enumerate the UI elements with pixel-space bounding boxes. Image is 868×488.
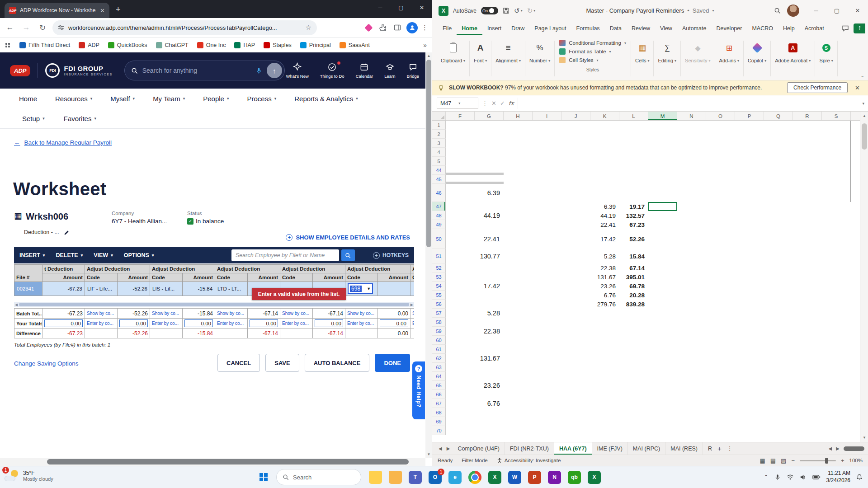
cell-g47[interactable] [475,202,504,211]
cell-m46[interactable] [648,184,677,202]
totals-amount-cell[interactable]: 0.00 [378,319,410,328]
taskbar-search[interactable]: Search [276,469,361,485]
cell-l67[interactable] [619,399,648,408]
cell-i45[interactable] [533,175,561,184]
cell-f4[interactable] [446,148,475,157]
cell-g58[interactable] [475,318,504,327]
ribbon-tab-page-layout[interactable]: Page Layout [529,22,571,35]
cell-m69[interactable] [648,417,677,426]
cell-o44[interactable] [706,166,735,175]
cell-j65[interactable] [561,381,590,390]
sheet-tab-ime-fjv[interactable]: IME (FJV) [592,442,628,455]
ribbon-group-spre[interactable]: SSpre▾ [815,38,837,79]
cell-q57[interactable] [764,309,793,318]
cell-p53[interactable] [735,272,764,282]
cell-m58[interactable] [648,318,677,327]
cell-h1[interactable] [504,121,533,130]
collapse-ribbon-icon[interactable]: ⌄ [861,73,864,78]
autosave-toggle[interactable]: On [481,7,498,14]
cell-q70[interactable] [764,426,793,435]
cell-l59[interactable] [619,327,648,336]
cell-s1[interactable] [822,121,851,130]
cell-i2[interactable] [533,130,561,139]
scroll-down-icon[interactable]: ▼ [425,452,432,456]
cell-f66[interactable] [446,390,475,399]
row-header-60[interactable]: 60 [432,336,446,345]
header-icon-things-to-do[interactable]: Things to Do [320,62,344,79]
cell-l46[interactable] [619,184,648,202]
check-performance-button[interactable]: Check Performance [787,82,848,93]
cell-n70[interactable] [677,426,706,435]
document-title[interactable]: Master - Company Payroll Reminders [586,7,684,14]
cell-f61[interactable] [446,345,475,354]
cell-s2[interactable] [822,130,851,139]
cell-h59[interactable] [504,327,533,336]
code-action-link[interactable]: Show by co... [215,309,248,319]
cell-r45[interactable] [793,175,822,184]
weather-widget[interactable]: 1 35°F Mostly cloudy [5,469,53,483]
row-header-70[interactable]: 70 [432,426,446,435]
all-sheets-icon[interactable]: ⋮ [725,442,735,455]
taskbar-app-chrome-icon[interactable] [468,471,481,484]
cell-k50[interactable]: 17.42 [590,229,619,249]
cell-p2[interactable] [735,130,764,139]
cell-n68[interactable] [677,408,706,417]
cell-g4[interactable] [475,148,504,157]
cell-m61[interactable] [648,345,677,354]
cell-m44[interactable] [648,166,677,175]
cell-o64[interactable] [706,372,735,381]
cell-p57[interactable] [735,309,764,318]
cell-g53[interactable] [475,272,504,282]
cell-g56[interactable] [475,300,504,309]
browser-vertical-scrollbar[interactable]: ▲ ▼ [425,52,432,458]
cell-l54[interactable]: 69.78 [619,282,648,291]
cell-l69[interactable] [619,417,648,426]
cell-r47[interactable] [793,202,822,211]
cell-h55[interactable] [504,291,533,300]
tray-expand-icon[interactable]: ⌃ [764,474,769,480]
your-total-input[interactable]: 0.00 [250,319,278,327]
cell-f56[interactable] [446,300,475,309]
code-action-link[interactable]: Enter by co... [280,319,313,328]
cell-f48[interactable] [446,211,475,220]
cell-g68[interactable] [475,408,504,417]
your-total-input[interactable]: 0.00 [184,319,213,327]
cell-h45[interactable] [504,175,533,184]
cell-h50[interactable] [504,229,533,249]
cell-n65[interactable] [677,381,706,390]
cell-o47[interactable] [706,202,735,211]
nav-item-process[interactable]: Process▾ [247,95,276,103]
cell-o55[interactable] [706,291,735,300]
cell-k60[interactable] [590,336,619,345]
row-header-64[interactable]: 64 [432,372,446,381]
cell-n52[interactable] [677,263,706,272]
cell-h57[interactable] [504,309,533,318]
cell-i48[interactable] [533,211,561,220]
row-header-66[interactable]: 66 [432,390,446,399]
cell-m54[interactable] [648,282,677,291]
cell-k48[interactable]: 44.19 [590,211,619,220]
cell-o57[interactable] [706,309,735,318]
cell-l57[interactable] [619,309,648,318]
sheet-tab-mai-res[interactable]: MAI (RES) [665,442,703,455]
cell-i68[interactable] [533,408,561,417]
cell-k68[interactable] [590,408,619,417]
cell-n47[interactable] [677,202,706,211]
your-total-input[interactable]: 0.00 [380,319,408,327]
cell-n64[interactable] [677,372,706,381]
cell-i51[interactable] [533,249,561,263]
column-header-r[interactable]: R [793,112,822,120]
chrome-menu-icon[interactable]: ⋮ [421,23,429,32]
cell-r62[interactable] [793,354,822,363]
redo-icon[interactable]: ↻▾ [527,7,536,15]
ribbon-button-format-as-table[interactable]: Format as Table▾ [559,48,626,55]
cell-j44[interactable] [561,166,590,175]
cell-n3[interactable] [677,139,706,148]
cell-i56[interactable] [533,300,561,309]
name-box[interactable]: M47▾ [437,98,478,109]
row-header-3[interactable]: 3 [432,139,446,148]
cell-p56[interactable] [735,300,764,309]
column-header-o[interactable]: O [706,112,735,120]
column-header-j[interactable]: J [561,112,590,120]
cell-h46[interactable] [504,184,533,202]
